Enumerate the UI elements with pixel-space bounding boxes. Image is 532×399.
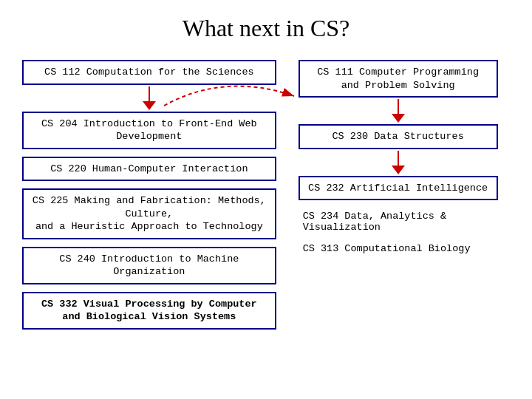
cs220-box: CS 220 Human-Computer Interaction xyxy=(22,157,276,182)
cs230-box: CS 230 Data Structures xyxy=(299,124,498,149)
cs112-box: CS 112 Computation for the Sciences xyxy=(22,60,276,85)
left-column: CS 112 Computation for the Sciences CS 2… xyxy=(22,60,276,330)
right-column: CS 111 Computer Programming and Problem … xyxy=(299,60,510,330)
arrow-cs111-to-cs230 xyxy=(299,98,498,124)
page: What next in CS? CS 112 Computation for … xyxy=(0,0,532,399)
cs234-text: CS 234 Data, Analytics & Visualization xyxy=(299,211,510,233)
cs240-box: CS 240 Introduction to Machine Organizat… xyxy=(22,247,276,284)
cs313-text: CS 313 Computational Biology xyxy=(299,243,471,254)
arrow-cs230-to-cs232 xyxy=(299,149,498,176)
page-title: What next in CS? xyxy=(22,15,510,42)
cs204-box: CS 204 Introduction to Front-End Web Dev… xyxy=(22,112,276,149)
cs225-box: CS 225 Making and Fabrication: Methods, … xyxy=(22,188,276,239)
cs111-box: CS 111 Computer Programming and Problem … xyxy=(299,60,498,98)
content-layout: CS 112 Computation for the Sciences CS 2… xyxy=(22,60,510,330)
cs332-box: CS 332 Visual Processing by Computer and… xyxy=(22,292,276,330)
arrow-cs112-to-cs204 xyxy=(22,85,276,112)
cs232-box: CS 232 Artificial Intelligence xyxy=(299,176,498,201)
